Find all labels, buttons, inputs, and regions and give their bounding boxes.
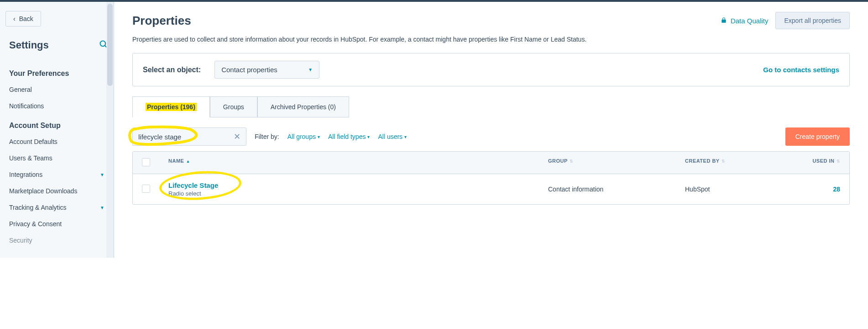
caret-down-icon: ▼: [308, 67, 313, 72]
table-header: NAME▲ GROUP⇅ CREATED BY⇅ USED IN⇅: [133, 152, 849, 174]
caret-down-icon: ▾: [404, 134, 407, 139]
object-select-label: Select an object:: [143, 66, 201, 74]
chevron-down-icon: ▼: [100, 172, 105, 177]
lock-icon: [721, 17, 727, 25]
caret-down-icon: ▾: [367, 134, 370, 139]
sidebar-item-integrations[interactable]: Integrations▼: [5, 166, 108, 183]
tab-groups-label: Groups: [223, 103, 244, 111]
scrollbar-thumb[interactable]: [107, 4, 113, 86]
filter-all-field-types[interactable]: All field types ▾: [328, 133, 370, 140]
table-row[interactable]: Lifecycle Stage Radio select Contact inf…: [133, 174, 849, 204]
th-name[interactable]: NAME▲: [165, 158, 548, 167]
section-account-setup: Account Setup: [5, 118, 108, 133]
back-label: Back: [19, 15, 33, 22]
tab-archived-label: Archived Properties (0): [271, 103, 336, 111]
filter-all-groups[interactable]: All groups ▾: [288, 133, 320, 140]
svg-point-0: [100, 41, 106, 47]
filter-by-label: Filter by:: [255, 133, 279, 140]
property-name-link[interactable]: Lifecycle Stage: [168, 181, 548, 189]
page-description: Properties are used to collect and store…: [132, 36, 850, 43]
sidebar-item-general[interactable]: General: [5, 81, 108, 98]
clear-search-icon[interactable]: ✕: [234, 132, 241, 142]
contacts-settings-link[interactable]: Go to contacts settings: [763, 66, 839, 74]
back-button[interactable]: ‹ Back: [5, 11, 41, 27]
sidebar-item-tracking[interactable]: Tracking & Analytics▼: [5, 199, 108, 216]
property-group: Contact information: [548, 186, 685, 193]
select-all-checkbox[interactable]: [142, 158, 150, 166]
filter-all-users[interactable]: All users ▾: [378, 133, 407, 140]
sidebar-item-users-teams[interactable]: Users & Teams: [5, 150, 108, 166]
tab-groups[interactable]: Groups: [210, 96, 257, 117]
page-title: Properties: [132, 14, 191, 28]
th-created-by[interactable]: CREATED BY⇅: [685, 158, 804, 167]
sidebar-item-account-defaults[interactable]: Account Defaults: [5, 133, 108, 150]
property-used-in[interactable]: 28: [804, 186, 840, 193]
chevron-left-icon: ‹: [13, 15, 16, 22]
create-property-button[interactable]: Create property: [785, 127, 850, 146]
data-quality-link[interactable]: Data Quality: [721, 17, 769, 25]
tab-archived[interactable]: Archived Properties (0): [257, 96, 349, 117]
data-quality-label: Data Quality: [731, 17, 769, 25]
sidebar-item-privacy[interactable]: Privacy & Consent: [5, 216, 108, 232]
object-select[interactable]: Contact properties ▼: [214, 61, 319, 79]
sidebar: ‹ Back Settings Your Preferences General…: [0, 2, 114, 258]
sidebar-item-notifications[interactable]: Notifications: [5, 98, 108, 114]
search-input[interactable]: lifecycle stage ✕: [132, 127, 246, 146]
tab-properties-label: Properties (196): [146, 103, 197, 111]
sort-icon: ⇅: [837, 159, 841, 164]
property-created-by: HubSpot: [685, 186, 804, 193]
settings-title: Settings: [9, 39, 49, 51]
sort-icon: ⇅: [722, 159, 726, 164]
sort-icon: ⇅: [570, 159, 574, 164]
section-preferences: Your Preferences: [5, 66, 108, 81]
row-checkbox[interactable]: [142, 185, 150, 193]
properties-table: NAME▲ GROUP⇅ CREATED BY⇅ USED IN⇅ Lifecy…: [132, 151, 850, 205]
chevron-down-icon: ▼: [100, 205, 105, 210]
sort-asc-icon: ▲: [186, 159, 190, 164]
th-group[interactable]: GROUP⇅: [548, 158, 685, 167]
sidebar-item-security[interactable]: Security: [5, 232, 108, 249]
export-button[interactable]: Export all properties: [775, 12, 850, 29]
sidebar-item-marketplace[interactable]: Marketplace Downloads: [5, 183, 108, 199]
tab-properties[interactable]: Properties (196): [132, 96, 210, 117]
search-value: lifecycle stage: [138, 133, 181, 141]
main-content: Properties Data Quality Export all prope…: [114, 2, 868, 258]
object-select-value: Contact properties: [221, 66, 277, 74]
caret-down-icon: ▾: [318, 134, 320, 139]
th-used-in[interactable]: USED IN⇅: [804, 158, 840, 167]
scrollbar-track[interactable]: [106, 2, 114, 258]
property-subtype: Radio select: [168, 190, 548, 197]
